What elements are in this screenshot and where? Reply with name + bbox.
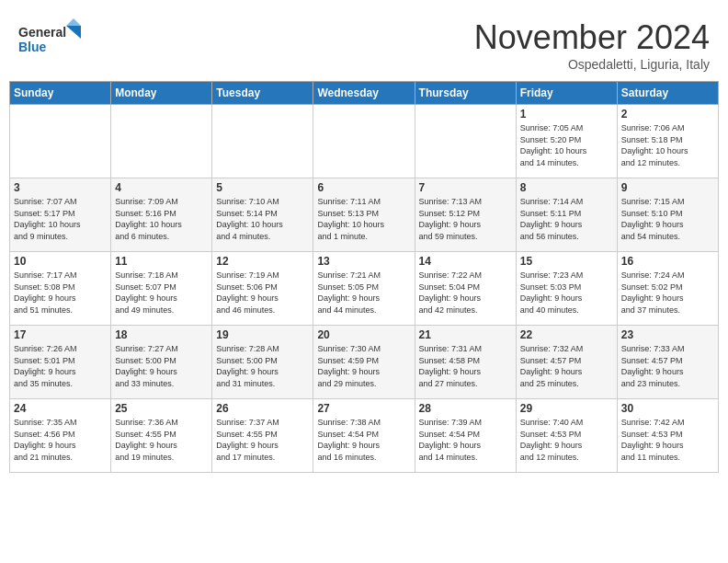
weekday-header: Monday <box>111 82 212 105</box>
weekday-header: Friday <box>516 82 617 105</box>
svg-marker-3 <box>66 18 81 26</box>
calendar-cell: 12Sunrise: 7:19 AMSunset: 5:06 PMDayligh… <box>212 252 313 326</box>
day-info: Sunrise: 7:18 AMSunset: 5:07 PMDaylight:… <box>115 270 208 316</box>
day-number: 23 <box>621 328 714 341</box>
day-info: Sunrise: 7:27 AMSunset: 5:00 PMDaylight:… <box>115 343 208 389</box>
calendar-cell: 2Sunrise: 7:06 AMSunset: 5:18 PMDaylight… <box>617 105 718 178</box>
day-info: Sunrise: 7:31 AMSunset: 4:58 PMDaylight:… <box>419 343 512 389</box>
calendar-cell: 16Sunrise: 7:24 AMSunset: 5:02 PMDayligh… <box>617 252 718 326</box>
calendar-cell: 1Sunrise: 7:05 AMSunset: 5:20 PMDaylight… <box>516 105 617 178</box>
logo: General Blue <box>18 18 83 63</box>
day-info: Sunrise: 7:23 AMSunset: 5:03 PMDaylight:… <box>520 270 613 316</box>
day-info: Sunrise: 7:32 AMSunset: 4:57 PMDaylight:… <box>520 343 613 389</box>
day-info: Sunrise: 7:30 AMSunset: 4:59 PMDaylight:… <box>317 343 410 389</box>
day-number: 3 <box>14 181 107 194</box>
day-number: 27 <box>317 402 410 415</box>
calendar-week-row: 3Sunrise: 7:07 AMSunset: 5:17 PMDaylight… <box>10 178 719 252</box>
calendar-cell: 11Sunrise: 7:18 AMSunset: 5:07 PMDayligh… <box>111 252 212 326</box>
day-info: Sunrise: 7:40 AMSunset: 4:53 PMDaylight:… <box>520 417 613 463</box>
calendar-cell: 18Sunrise: 7:27 AMSunset: 5:00 PMDayligh… <box>111 326 212 399</box>
day-number: 4 <box>115 181 208 194</box>
day-info: Sunrise: 7:37 AMSunset: 4:55 PMDaylight:… <box>216 417 309 463</box>
svg-marker-2 <box>66 26 81 39</box>
calendar-cell: 8Sunrise: 7:14 AMSunset: 5:11 PMDaylight… <box>516 178 617 252</box>
day-number: 21 <box>419 328 512 341</box>
day-info: Sunrise: 7:13 AMSunset: 5:12 PMDaylight:… <box>419 196 512 242</box>
day-number: 14 <box>419 255 512 268</box>
day-info: Sunrise: 7:38 AMSunset: 4:54 PMDaylight:… <box>317 417 410 463</box>
day-number: 1 <box>520 108 613 121</box>
day-info: Sunrise: 7:10 AMSunset: 5:14 PMDaylight:… <box>216 196 309 242</box>
day-number: 22 <box>520 328 613 341</box>
day-info: Sunrise: 7:24 AMSunset: 5:02 PMDaylight:… <box>621 270 714 316</box>
svg-text:General: General <box>18 25 66 40</box>
day-info: Sunrise: 7:06 AMSunset: 5:18 PMDaylight:… <box>621 122 714 168</box>
day-info: Sunrise: 7:33 AMSunset: 4:57 PMDaylight:… <box>621 343 714 389</box>
weekday-header: Sunday <box>10 82 111 105</box>
calendar-cell: 27Sunrise: 7:38 AMSunset: 4:54 PMDayligh… <box>313 399 415 473</box>
title-block: November 2024 Ospedaletti, Liguria, Ital… <box>474 18 710 72</box>
day-number: 19 <box>216 328 309 341</box>
day-number: 29 <box>520 402 613 415</box>
day-info: Sunrise: 7:21 AMSunset: 5:05 PMDaylight:… <box>317 270 410 316</box>
calendar-cell: 23Sunrise: 7:33 AMSunset: 4:57 PMDayligh… <box>617 326 718 399</box>
day-number: 2 <box>621 108 714 121</box>
calendar-table: SundayMondayTuesdayWednesdayThursdayFrid… <box>9 81 719 473</box>
day-number: 12 <box>216 255 309 268</box>
day-info: Sunrise: 7:09 AMSunset: 5:16 PMDaylight:… <box>115 196 208 242</box>
location: Ospedaletti, Liguria, Italy <box>474 57 710 72</box>
day-number: 11 <box>115 255 208 268</box>
calendar-cell: 24Sunrise: 7:35 AMSunset: 4:56 PMDayligh… <box>10 399 111 473</box>
calendar-cell <box>111 105 212 178</box>
day-number: 26 <box>216 402 309 415</box>
calendar-week-row: 24Sunrise: 7:35 AMSunset: 4:56 PMDayligh… <box>10 399 719 473</box>
calendar-cell: 7Sunrise: 7:13 AMSunset: 5:12 PMDaylight… <box>415 178 516 252</box>
calendar-cell: 28Sunrise: 7:39 AMSunset: 4:54 PMDayligh… <box>415 399 516 473</box>
day-info: Sunrise: 7:19 AMSunset: 5:06 PMDaylight:… <box>216 270 309 316</box>
calendar-cell: 30Sunrise: 7:42 AMSunset: 4:53 PMDayligh… <box>617 399 718 473</box>
calendar-cell: 13Sunrise: 7:21 AMSunset: 5:05 PMDayligh… <box>313 252 415 326</box>
day-number: 10 <box>14 255 107 268</box>
day-info: Sunrise: 7:36 AMSunset: 4:55 PMDaylight:… <box>115 417 208 463</box>
day-number: 30 <box>621 402 714 415</box>
day-info: Sunrise: 7:22 AMSunset: 5:04 PMDaylight:… <box>419 270 512 316</box>
calendar-cell: 5Sunrise: 7:10 AMSunset: 5:14 PMDaylight… <box>212 178 313 252</box>
calendar-cell: 9Sunrise: 7:15 AMSunset: 5:10 PMDaylight… <box>617 178 718 252</box>
svg-text:Blue: Blue <box>18 40 47 54</box>
day-info: Sunrise: 7:11 AMSunset: 5:13 PMDaylight:… <box>317 196 410 242</box>
calendar-cell: 4Sunrise: 7:09 AMSunset: 5:16 PMDaylight… <box>111 178 212 252</box>
calendar-cell: 14Sunrise: 7:22 AMSunset: 5:04 PMDayligh… <box>415 252 516 326</box>
calendar-cell: 20Sunrise: 7:30 AMSunset: 4:59 PMDayligh… <box>313 326 415 399</box>
day-number: 13 <box>317 255 410 268</box>
day-number: 18 <box>115 328 208 341</box>
day-info: Sunrise: 7:35 AMSunset: 4:56 PMDaylight:… <box>14 417 107 463</box>
weekday-header: Saturday <box>617 82 718 105</box>
page-header: General Blue November 2024 Ospedaletti, … <box>9 9 719 76</box>
day-number: 28 <box>419 402 512 415</box>
day-info: Sunrise: 7:07 AMSunset: 5:17 PMDaylight:… <box>14 196 107 242</box>
calendar-cell <box>212 105 313 178</box>
day-number: 8 <box>520 181 613 194</box>
weekday-header: Tuesday <box>212 82 313 105</box>
calendar-cell: 17Sunrise: 7:26 AMSunset: 5:01 PMDayligh… <box>10 326 111 399</box>
day-info: Sunrise: 7:17 AMSunset: 5:08 PMDaylight:… <box>14 270 107 316</box>
day-number: 25 <box>115 402 208 415</box>
day-info: Sunrise: 7:14 AMSunset: 5:11 PMDaylight:… <box>520 196 613 242</box>
day-number: 5 <box>216 181 309 194</box>
weekday-header: Wednesday <box>313 82 415 105</box>
day-number: 16 <box>621 255 714 268</box>
day-number: 15 <box>520 255 613 268</box>
calendar-cell: 3Sunrise: 7:07 AMSunset: 5:17 PMDaylight… <box>10 178 111 252</box>
calendar-cell: 26Sunrise: 7:37 AMSunset: 4:55 PMDayligh… <box>212 399 313 473</box>
day-info: Sunrise: 7:05 AMSunset: 5:20 PMDaylight:… <box>520 122 613 168</box>
calendar-cell <box>313 105 415 178</box>
calendar-cell: 15Sunrise: 7:23 AMSunset: 5:03 PMDayligh… <box>516 252 617 326</box>
calendar-cell: 25Sunrise: 7:36 AMSunset: 4:55 PMDayligh… <box>111 399 212 473</box>
day-info: Sunrise: 7:42 AMSunset: 4:53 PMDaylight:… <box>621 417 714 463</box>
day-number: 7 <box>419 181 512 194</box>
day-number: 6 <box>317 181 410 194</box>
day-number: 9 <box>621 181 714 194</box>
calendar-cell: 22Sunrise: 7:32 AMSunset: 4:57 PMDayligh… <box>516 326 617 399</box>
weekday-header: Thursday <box>415 82 516 105</box>
calendar-week-row: 17Sunrise: 7:26 AMSunset: 5:01 PMDayligh… <box>10 326 719 399</box>
